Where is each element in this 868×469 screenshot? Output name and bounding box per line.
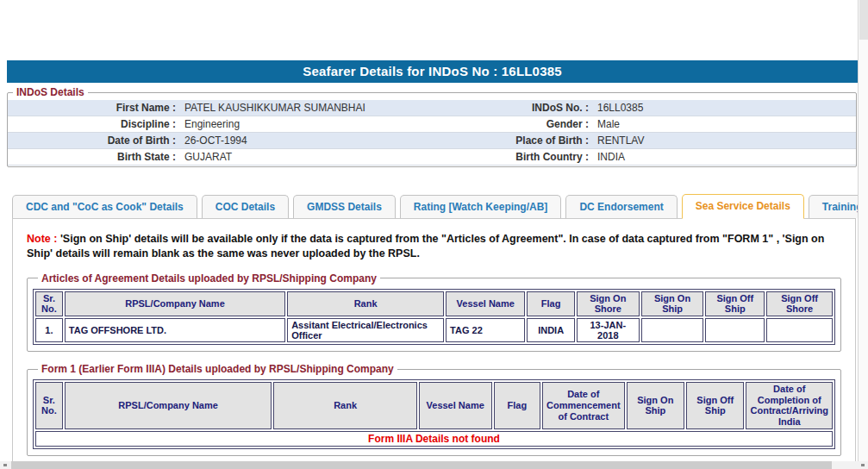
scroll-left-arrow-icon[interactable] <box>3 464 7 466</box>
page-title: Seafarer Details for INDoS No : 16LL0385 <box>7 60 858 83</box>
field-row-discipline: Discipline : Engineering Gender : Male <box>8 116 856 133</box>
indos-details-fieldset: INDoS Details First Name : PATEL KAUSHIK… <box>7 86 857 167</box>
first-name-value: PATEL KAUSHIKKUMAR SUMANBHAI <box>180 102 434 114</box>
field-row-date-of-birth: Date of Birth : 26-OCT-1994 Place of Bir… <box>8 133 856 149</box>
tabs-area: CDC and "CoC as Cook" Details COC Detail… <box>12 194 856 469</box>
table-header-row: Sr. No. RPSL/Company Name Rank Vessel Na… <box>35 291 833 316</box>
col-sign-on-shore: Sign On Shore <box>577 291 640 316</box>
col-rank: Rank <box>273 382 416 429</box>
col-rpsl-company-name: RPSL/Company Name <box>65 382 272 429</box>
tab-gmdss-details[interactable]: GMDSS Details <box>293 195 396 218</box>
gender-label: Gender : <box>434 118 593 130</box>
articles-of-agreement-table: Sr. No. RPSL/Company Name Rank Vessel Na… <box>33 289 835 345</box>
discipline-label: Discipline : <box>8 118 180 130</box>
cell-sign-on-shore: 13-JAN-2018 <box>577 318 640 342</box>
form1-table: Sr. No. RPSL/Company Name Rank Vessel Na… <box>33 379 835 449</box>
cell-sign-off-shore <box>766 318 833 342</box>
articles-of-agreement-legend: Articles of Agreement Details uploaded b… <box>38 272 380 285</box>
birth-state-label: Birth State : <box>8 151 180 163</box>
col-sign-on-ship: Sign On Ship <box>641 291 704 316</box>
col-flag: Flag <box>494 382 540 429</box>
gender-value: Male <box>593 118 856 130</box>
sea-service-tab-panel: Note : 'Sign on Ship' details will be av… <box>12 219 856 469</box>
cell-sign-off-ship <box>705 318 765 342</box>
field-row-birth-state: Birth State : GUJARAT Birth Country : IN… <box>8 149 856 166</box>
note-text: Note : 'Sign on Ship' details will be av… <box>27 232 841 261</box>
vertical-scrollbar[interactable] <box>858 0 868 461</box>
note-prefix: Note : <box>27 233 57 245</box>
field-row-first-name: First Name : PATEL KAUSHIKKUMAR SUMANBHA… <box>8 100 856 116</box>
cell-company: TAG OFFSHORE LTD. <box>65 318 285 342</box>
indos-details-legend: INDoS Details <box>13 86 88 98</box>
tab-sea-service-details[interactable]: Sea Service Details <box>682 194 804 219</box>
page-content: Seafarer Details for INDoS No : 16LL0385… <box>0 60 858 469</box>
tab-cdc-coc-as-cook-details[interactable]: CDC and "CoC as Cook" Details <box>12 195 197 218</box>
col-sr-no: Sr. No. <box>35 382 63 429</box>
col-rpsl-company-name: RPSL/Company Name <box>65 291 285 316</box>
discipline-value: Engineering <box>180 118 434 130</box>
col-sign-on-ship: Sign On Ship <box>627 382 684 429</box>
scroll-right-arrow-icon[interactable] <box>861 464 865 466</box>
tab-dc-endorsement[interactable]: DC Endorsement <box>565 195 677 218</box>
col-sign-off-ship: Sign Off Ship <box>705 291 765 316</box>
col-vessel-name: Vessel Name <box>419 382 492 429</box>
form1-legend: Form 1 (Earlier Form IIIA) Details uploa… <box>38 363 397 375</box>
form-iiia-not-found-message: Form IIIA Details not found <box>35 431 833 447</box>
col-vessel-name: Vessel Name <box>446 291 525 316</box>
first-name-label: First Name : <box>8 102 180 114</box>
date-of-birth-label: Date of Birth : <box>8 134 180 147</box>
col-date-of-completion: Date of Completion of Contract/Arriving … <box>746 382 833 429</box>
cell-vessel: TAG 22 <box>446 318 525 342</box>
vertical-scrollbar-thumb[interactable] <box>859 0 868 40</box>
table-header-row: Sr. No. RPSL/Company Name Rank Vessel Na… <box>35 382 833 429</box>
indos-no-value: 16LL0385 <box>593 102 856 114</box>
table-row: 1. TAG OFFSHORE LTD. Assitant Electrical… <box>35 318 833 342</box>
tab-strip: CDC and "CoC as Cook" Details COC Detail… <box>12 194 856 219</box>
col-rank: Rank <box>287 291 444 316</box>
articles-of-agreement-fieldset: Articles of Agreement Details uploaded b… <box>27 272 841 352</box>
col-sign-off-shore: Sign Off Shore <box>766 291 833 316</box>
tab-coc-details[interactable]: COC Details <box>202 195 289 218</box>
place-of-birth-value: RENTLAV <box>593 134 856 147</box>
cell-rank: Assitant Electrical/Electronics Officer <box>287 318 444 342</box>
tab-rating-watch-keeping-ab[interactable]: Rating [Watch Keeping/AB] <box>400 195 562 218</box>
cell-sr-no: 1. <box>35 318 63 342</box>
birth-country-label: Birth Country : <box>434 151 593 163</box>
birth-state-value: GUJARAT <box>180 151 434 163</box>
indos-no-label: INDoS No. : <box>434 102 593 114</box>
cell-sign-on-ship <box>641 318 704 342</box>
note-body: 'Sign on Ship' details will be available… <box>27 233 824 260</box>
date-of-birth-value: 26-OCT-1994 <box>180 134 434 147</box>
col-date-of-commencement: Date of Commencement of Contract <box>542 382 625 429</box>
form1-fieldset: Form 1 (Earlier Form IIIA) Details uploa… <box>27 363 841 456</box>
col-sign-off-ship: Sign Off Ship <box>686 382 744 429</box>
empty-message-row: Form IIIA Details not found <box>35 431 833 447</box>
horizontal-scrollbar-thumb[interactable] <box>11 461 832 469</box>
place-of-birth-label: Place of Birth : <box>434 134 593 147</box>
col-flag: Flag <box>527 291 574 316</box>
col-sr-no: Sr. No. <box>35 291 63 316</box>
horizontal-scrollbar[interactable] <box>0 461 868 469</box>
cell-flag: INDIA <box>527 318 574 342</box>
birth-country-value: INDIA <box>593 151 856 163</box>
